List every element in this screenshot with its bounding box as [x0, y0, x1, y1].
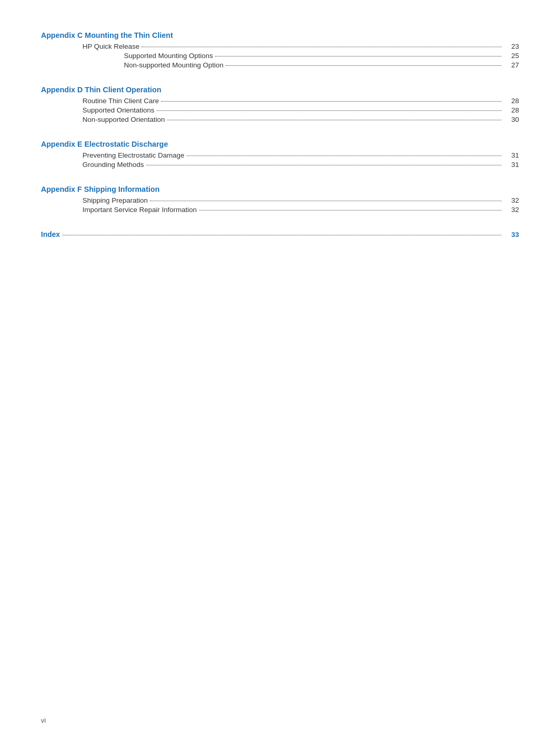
toc-entry: Shipping Preparation 32 — [41, 196, 519, 204]
appendix-f-heading[interactable]: Appendix F Shipping Information — [41, 185, 519, 193]
toc-label: Routine Thin Client Care — [82, 97, 159, 105]
toc-dots — [215, 56, 501, 57]
toc-page: 31 — [503, 161, 519, 168]
toc-entry: Supported Orientations 28 — [41, 106, 519, 114]
toc-label: Grounding Methods — [82, 161, 144, 168]
toc-page: 28 — [503, 106, 519, 114]
toc-dots — [161, 101, 501, 102]
toc-page: 28 — [503, 97, 519, 105]
toc-section-appendix-d: Appendix D Thin Client Operation Routine… — [41, 86, 519, 123]
toc-page: 23 — [503, 43, 519, 50]
toc-label: HP Quick Release — [82, 43, 139, 50]
toc-page: 25 — [503, 52, 519, 60]
toc-dots — [157, 110, 501, 111]
toc-entry: HP Quick Release 23 — [41, 43, 519, 50]
index-label[interactable]: Index — [41, 230, 60, 238]
toc-page: 31 — [503, 151, 519, 159]
toc-section-appendix-e: Appendix E Electrostatic Discharge Preve… — [41, 140, 519, 168]
toc-entry: Routine Thin Client Care 28 — [41, 97, 519, 105]
toc-dots — [62, 235, 501, 235]
toc-entry: Preventing Electrostatic Damage 31 — [41, 151, 519, 159]
appendix-c-heading[interactable]: Appendix C Mounting the Thin Client — [41, 31, 519, 39]
toc-label: Important Service Repair Information — [82, 206, 197, 214]
toc-entry: Important Service Repair Information 32 — [41, 206, 519, 214]
toc-dots — [150, 201, 501, 201]
toc-section-appendix-f: Appendix F Shipping Information Shipping… — [41, 185, 519, 214]
footer-page-number: vi — [41, 716, 46, 724]
toc-entry: Supported Mounting Options 25 — [41, 52, 519, 60]
toc-page: 32 — [503, 196, 519, 204]
toc-page: 27 — [503, 61, 519, 69]
toc-page: 32 — [503, 206, 519, 214]
appendix-d-heading[interactable]: Appendix D Thin Client Operation — [41, 86, 519, 94]
toc-page: 30 — [503, 116, 519, 123]
toc-label: Non-supported Orientation — [82, 116, 165, 123]
toc-dots — [146, 165, 501, 165]
index-entry: Index 33 — [41, 230, 519, 238]
toc-label: Supported Orientations — [82, 106, 155, 114]
toc-entry: Non-supported Orientation 30 — [41, 116, 519, 123]
toc-dots — [187, 156, 501, 156]
toc-label: Shipping Preparation — [82, 196, 148, 204]
toc-section-index: Index 33 — [41, 230, 519, 238]
toc-dots — [199, 210, 501, 210]
toc-entry: Non-supported Mounting Option 27 — [41, 61, 519, 69]
toc-label: Non-supported Mounting Option — [124, 61, 223, 69]
toc-label: Supported Mounting Options — [124, 52, 213, 60]
toc-entry: Grounding Methods 31 — [41, 161, 519, 168]
appendix-e-heading[interactable]: Appendix E Electrostatic Discharge — [41, 140, 519, 148]
index-page: 33 — [503, 231, 519, 238]
toc-dots — [226, 65, 501, 66]
toc-section-appendix-c: Appendix C Mounting the Thin Client HP Q… — [41, 31, 519, 69]
page-container: Appendix C Mounting the Thin Client HP Q… — [0, 0, 560, 286]
toc-dots — [167, 120, 501, 120]
toc-dots — [142, 47, 501, 47]
toc-label: Preventing Electrostatic Damage — [82, 151, 185, 159]
page-footer: vi — [41, 716, 46, 724]
